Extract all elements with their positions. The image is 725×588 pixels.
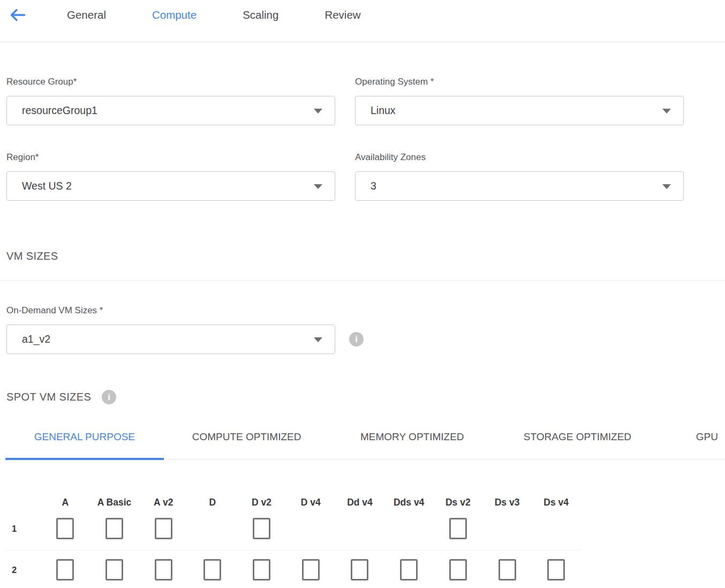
vm-size-checkbox-ds-v4[interactable] [547,559,565,581]
vm-size-checkbox-dd-v4[interactable] [351,559,368,581]
vm-grid-cell [286,559,335,581]
compute-form: Resource Group* resourceGroup1 Operating… [0,77,725,581]
arrow-left-icon [9,6,26,24]
info-icon[interactable]: i [349,332,364,346]
vm-grid-column-header: D v4 [286,497,335,508]
vm-grid-row-label: 2 [0,565,41,575]
operating-system-field: Operating System * Linux [355,77,684,125]
vm-grid-cell [139,518,188,539]
chevron-down-icon [662,184,671,189]
vm-size-checkbox-a[interactable] [56,518,74,539]
vm-size-checkbox-d-v4[interactable] [302,559,320,581]
region-value: West US 2 [22,180,72,192]
vm-grid-column-header: A Basic [90,497,139,508]
chevron-down-icon [314,184,322,189]
spot-vm-sizes-header: SPOT VM SIZES i [6,390,684,404]
vm-size-checkbox-ds-v3[interactable] [499,559,516,581]
vm-grid-cell [188,559,237,581]
tab-compute-optimized[interactable]: COMPUTE OPTIMIZED [164,430,330,459]
info-icon[interactable]: i [102,390,116,404]
spot-vm-sizes-section-title: SPOT VM SIZES [6,391,91,403]
vm-grid-column-header: Dd v4 [335,497,384,508]
vm-grid-cell [237,559,286,581]
vm-grid-cell [41,518,90,539]
vm-grid-column-header: Ds v3 [482,497,532,508]
vm-grid-header-row: AA BasicA v2DD v2D v4Dd v4Dds v4Ds v2Ds … [0,497,684,508]
tab-general[interactable]: General [67,8,106,22]
spot-vm-category-tabs: GENERAL PURPOSE COMPUTE OPTIMIZED MEMORY… [5,430,725,459]
availability-zones-field: Availability Zones 3 [355,152,684,201]
wizard-steps: General Compute Scaling Review [67,8,361,22]
form-grid: Resource Group* resourceGroup1 Operating… [6,77,684,201]
vm-grid-column-header: A v2 [139,497,188,508]
region-field: Region* West US 2 [6,152,335,201]
vm-size-checkbox-d-v2[interactable] [253,559,270,581]
vm-grid-cell [237,518,286,539]
vm-size-checkbox-a-v2[interactable] [155,518,172,539]
vm-size-checkbox-d[interactable] [203,559,221,581]
tab-general-purpose[interactable]: GENERAL PURPOSE [5,430,164,459]
availability-zones-value: 3 [371,180,376,192]
vm-size-checkbox-d-v2[interactable] [253,518,270,539]
row-divider [5,550,581,551]
back-button[interactable] [7,5,28,25]
vm-size-checkbox-ds-v2[interactable] [449,559,467,581]
region-label: Region* [6,152,335,163]
vm-size-checkbox-a-v2[interactable] [155,559,172,581]
vm-grid-column-header: Dds v4 [384,497,434,508]
region-select[interactable]: West US 2 [6,171,335,201]
vm-grid-cell [434,518,483,539]
vm-grid-row: 2 [0,559,684,581]
chevron-down-icon [314,337,322,342]
on-demand-vm-sizes-row: a1_v2 i [6,325,684,354]
tab-gpu[interactable]: GPU [660,430,725,459]
vm-grid-cell [90,559,139,581]
tab-compute[interactable]: Compute [152,8,197,22]
vm-grid-cell [90,518,139,539]
vm-grid-row: 1 [0,518,684,539]
resource-group-label: Resource Group* [6,77,335,87]
tab-scaling[interactable]: Scaling [243,8,278,22]
operating-system-label: Operating System * [355,77,684,87]
tab-storage-optimized[interactable]: STORAGE OPTIMIZED [495,430,660,459]
vm-sizes-section-title: VM SIZES [6,250,684,262]
vm-grid-cell [139,559,188,581]
vm-grid-row-label: 1 [0,524,41,534]
on-demand-vm-sizes-select[interactable]: a1_v2 [6,325,335,354]
tab-review[interactable]: Review [324,8,360,22]
vm-size-checkbox-a[interactable] [56,559,74,581]
vm-grid-column-header: D v2 [237,497,286,508]
availability-zones-select[interactable]: 3 [355,171,684,201]
vm-grid-column-header: Ds v4 [532,497,581,508]
vm-grid-cell [532,559,581,581]
vm-grid-cell [384,559,434,581]
vm-grid-cell [482,559,532,581]
chevron-down-icon [314,109,322,114]
vm-grid-cell [434,559,483,581]
section-divider [0,280,725,281]
vm-grid-column-header: D [188,497,237,508]
operating-system-value: Linux [371,104,396,117]
vm-size-checkbox-a-basic[interactable] [105,559,123,581]
on-demand-vm-sizes-label: On-Demand VM Sizes * [6,305,684,316]
vm-size-checkbox-dds-v4[interactable] [400,559,418,581]
vm-size-checkbox-a-basic[interactable] [105,518,123,539]
vm-size-checkbox-ds-v2[interactable] [449,518,467,539]
vm-grid-cell [335,559,384,581]
resource-group-field: Resource Group* resourceGroup1 [6,77,335,125]
wizard-nav: General Compute Scaling Review [0,0,725,42]
on-demand-vm-sizes-value: a1_v2 [22,333,50,345]
vm-grid-cell [41,559,90,581]
chevron-down-icon [662,109,671,114]
vm-grid-column-header: Ds v2 [434,497,483,508]
tab-memory-optimized[interactable]: MEMORY OPTIMIZED [329,430,495,459]
resource-group-value: resourceGroup1 [22,104,97,117]
vm-size-grid: AA BasicA v2DD v2D v4Dd v4Dds v4Ds v2Ds … [0,497,684,581]
vm-grid-column-header: A [41,497,90,508]
availability-zones-label: Availability Zones [355,152,684,163]
resource-group-select[interactable]: resourceGroup1 [6,96,335,125]
operating-system-select[interactable]: Linux [355,96,684,125]
